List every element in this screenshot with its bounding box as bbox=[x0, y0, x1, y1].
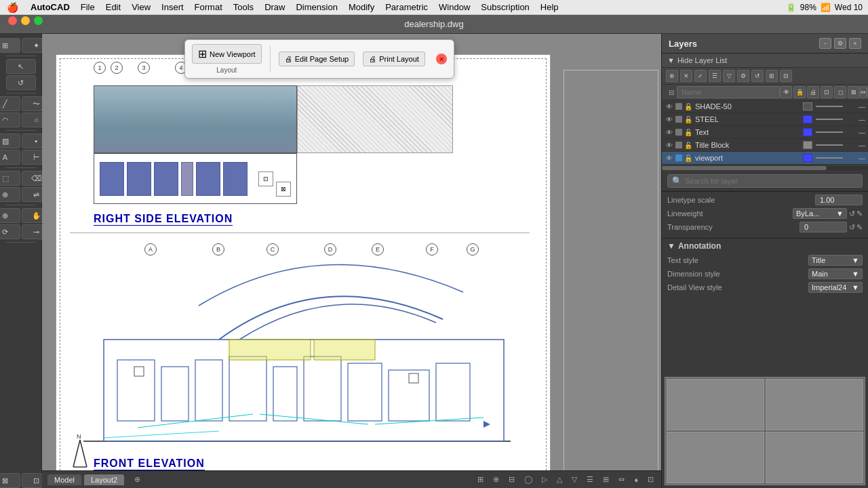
tool-line[interactable]: ╱ bbox=[0, 96, 20, 111]
lineweight-reset-icon[interactable]: ↺ bbox=[849, 209, 855, 218]
layer-lock-viewport[interactable]: 🔓 bbox=[684, 153, 693, 163]
col-icon-3[interactable]: 🖨 bbox=[807, 86, 819, 98]
maximize-window-button[interactable] bbox=[34, 16, 43, 25]
text-style-dropdown[interactable]: Title ▼ bbox=[808, 255, 863, 266]
col-icon-4[interactable]: ⊡ bbox=[821, 86, 833, 98]
transparency-edit-icon[interactable]: ✎ bbox=[856, 223, 863, 232]
sb-otrack[interactable]: △ bbox=[555, 475, 564, 484]
layer-filter[interactable]: ▽ bbox=[723, 70, 735, 82]
sb-transparency[interactable]: ⇔ bbox=[616, 475, 627, 484]
layer-lock-shade50[interactable]: 🔓 bbox=[684, 102, 693, 111]
layer-name-input[interactable] bbox=[677, 86, 780, 98]
tool-arc[interactable]: ◠ bbox=[0, 113, 20, 127]
layer-set-current[interactable]: ✓ bbox=[694, 70, 707, 82]
panel-resize[interactable]: ⇔ bbox=[860, 86, 867, 98]
sb-lineweight[interactable]: ⊞ bbox=[601, 475, 611, 484]
tool-move[interactable]: ↖ bbox=[6, 59, 36, 74]
sb-annotation[interactable]: ⊡ bbox=[646, 475, 656, 484]
layer-color-shade50[interactable] bbox=[803, 102, 812, 110]
col-icon-6[interactable]: ⊠ bbox=[848, 86, 860, 98]
tool-copy[interactable]: ⊕ bbox=[0, 187, 20, 202]
sb-ducs[interactable]: ▽ bbox=[570, 475, 579, 484]
col-icon-2[interactable]: 🔒 bbox=[793, 86, 806, 98]
layer-export[interactable]: ⊟ bbox=[780, 70, 792, 82]
transparency-value[interactable]: 0 bbox=[800, 222, 847, 232]
col-sort-icon[interactable]: ⊟ bbox=[666, 89, 677, 96]
menu-format[interactable]: Format bbox=[189, 2, 228, 12]
menu-file[interactable]: File bbox=[75, 2, 100, 12]
layer-text[interactable]: 👁 🔓 Text — bbox=[662, 126, 868, 139]
menu-tools[interactable]: Tools bbox=[228, 2, 259, 12]
menu-modify[interactable]: Modify bbox=[343, 2, 380, 12]
lineweight-dropdown[interactable]: ByLa... ▼ bbox=[793, 208, 847, 219]
layer-viewport[interactable]: 👁 🔓 viewport — bbox=[662, 152, 868, 165]
layer-scrollbar[interactable] bbox=[662, 166, 868, 170]
menu-help[interactable]: Help bbox=[535, 2, 564, 12]
hide-layer-list-button[interactable]: ▼ Hide Layer List bbox=[662, 54, 868, 68]
menu-edit[interactable]: Edit bbox=[100, 2, 126, 12]
layers-settings[interactable]: ⚙ bbox=[834, 38, 846, 49]
edit-page-setup-button[interactable]: 🖨 Edit Page Setup bbox=[279, 52, 355, 66]
tool-select[interactable]: ⬚ bbox=[0, 171, 20, 186]
layer-refresh[interactable]: ↺ bbox=[751, 70, 764, 82]
sb-polar[interactable]: ◯ bbox=[522, 475, 534, 484]
layer-steel[interactable]: 👁 🔓 STEEL — bbox=[662, 113, 868, 126]
layer-color-steel[interactable] bbox=[803, 115, 812, 123]
layers-close[interactable]: × bbox=[849, 38, 861, 49]
sb-snap[interactable]: ⊞ bbox=[475, 475, 486, 484]
layer-vis-viewport[interactable]: 👁 bbox=[665, 153, 674, 163]
minimize-window-button[interactable] bbox=[21, 16, 30, 25]
print-layout-button[interactable]: 🖨 Print Layout bbox=[363, 52, 425, 66]
layer-vis-steel[interactable]: 👁 bbox=[665, 115, 674, 124]
detail-view-style-dropdown[interactable]: Imperial24 ▼ bbox=[808, 282, 863, 293]
linetype-scale-value[interactable]: 1.00 bbox=[815, 195, 863, 205]
tool-unknown-1[interactable]: ⊞ bbox=[0, 38, 20, 53]
tool-hatch[interactable]: ▨ bbox=[0, 134, 20, 148]
layer-lock-titleblock[interactable]: 🔓 bbox=[684, 140, 693, 150]
transparency-reset-icon[interactable]: ↺ bbox=[849, 223, 855, 232]
layer-color-viewport[interactable] bbox=[803, 154, 812, 162]
layer-color-titleblock[interactable] bbox=[803, 141, 812, 149]
apple-menu[interactable]: 🍎 bbox=[0, 2, 25, 13]
layer-vis-titleblock[interactable]: 👁 bbox=[665, 140, 674, 150]
layer-delete[interactable]: ✕ bbox=[680, 70, 692, 82]
sb-grid[interactable]: ⊕ bbox=[491, 475, 501, 484]
menu-dimension[interactable]: Dimension bbox=[290, 2, 342, 12]
layer-import[interactable]: ⊞ bbox=[766, 70, 778, 82]
layer-settings[interactable]: ⚙ bbox=[737, 70, 749, 82]
menu-view[interactable]: View bbox=[126, 2, 156, 12]
tool-rotate[interactable]: ↺ bbox=[6, 75, 36, 90]
menu-subscription[interactable]: Subscription bbox=[475, 2, 535, 12]
annotation-collapse-icon[interactable]: ▼ bbox=[667, 241, 675, 251]
col-icon-1[interactable]: 👁 bbox=[780, 86, 792, 98]
menu-draw[interactable]: Draw bbox=[259, 2, 290, 12]
model-tab[interactable]: Model bbox=[47, 474, 81, 485]
tool-layer-extra1[interactable]: ⊠ bbox=[0, 473, 20, 488]
layer-vis-text[interactable]: 👁 bbox=[665, 127, 674, 137]
scrollbar-thumb[interactable] bbox=[662, 166, 827, 170]
sb-dynmode[interactable]: ☰ bbox=[585, 475, 595, 484]
new-viewport-button[interactable]: ⊞ New Viewport bbox=[192, 44, 262, 64]
layer-state[interactable]: ☰ bbox=[709, 70, 721, 82]
layer-titleblock[interactable]: 👁 🔓 Title Block — bbox=[662, 139, 868, 152]
sb-plus[interactable]: ⊕ bbox=[132, 475, 142, 484]
close-window-button[interactable] bbox=[8, 16, 17, 25]
lineweight-edit-icon[interactable]: ✎ bbox=[856, 209, 863, 218]
tool-text[interactable]: A bbox=[0, 150, 20, 165]
layer-shade50[interactable]: 👁 🔓 SHADE-50 — bbox=[662, 100, 868, 113]
search-input[interactable] bbox=[685, 177, 858, 185]
dimension-style-dropdown[interactable]: Main ▼ bbox=[808, 268, 863, 279]
menu-insert[interactable]: Insert bbox=[156, 2, 189, 12]
layer-lock-steel[interactable]: 🔓 bbox=[684, 115, 693, 124]
sb-selection[interactable]: ♦ bbox=[632, 476, 640, 484]
menu-parametric[interactable]: Parametric bbox=[380, 2, 433, 12]
sb-ortho[interactable]: ⊟ bbox=[507, 475, 517, 484]
tool-zoom[interactable]: ⊕ bbox=[0, 208, 20, 223]
layer-new[interactable]: ⊕ bbox=[666, 70, 678, 82]
layer-lock-text[interactable]: 🔓 bbox=[684, 127, 693, 137]
menu-window[interactable]: Window bbox=[433, 2, 475, 12]
layer-color-text[interactable] bbox=[803, 128, 812, 136]
tool-orbit[interactable]: ⟳ bbox=[0, 224, 20, 239]
sb-osnap[interactable]: ▷ bbox=[540, 475, 549, 484]
layout2-tab[interactable]: Layout2 bbox=[84, 474, 124, 485]
